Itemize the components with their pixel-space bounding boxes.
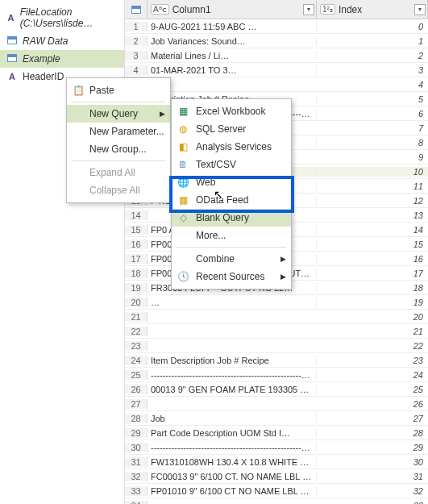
table-row[interactable]: 2322: [125, 339, 428, 353]
context-menu: 📋 Paste New Query ▶ New Parameter... New…: [66, 77, 171, 203]
blank-query-icon: ◇: [177, 212, 189, 223]
menu-label: New Parameter...: [89, 126, 164, 137]
row-number: 1: [125, 22, 148, 31]
row-number: 21: [125, 312, 148, 322]
table-row[interactable]: 2600013 9" GEN FOAM PLATE 193305 000…25: [125, 382, 428, 397]
row-index-header[interactable]: [125, 0, 148, 19]
row-number: 17: [125, 254, 148, 264]
menu-web[interactable]: 🌐 Web: [172, 173, 291, 191]
cell-column1: FW1310108WH 130.4 X 10.8 WHITE KG …: [148, 457, 317, 467]
menu-recent-sources[interactable]: 🕓 Recent Sources ▶: [172, 268, 291, 285]
row-number: 16: [125, 240, 148, 249]
cell-index: 22: [317, 341, 428, 351]
row-number: 2: [125, 36, 148, 46]
menu-excel-workbook[interactable]: ▦ Excel Workbook: [172, 102, 291, 120]
column-name: Column1: [172, 4, 211, 15]
cell-column1: …: [148, 298, 317, 307]
table-row[interactable]: 31FW1310108WH 130.4 X 10.8 WHITE KG …30: [125, 455, 428, 469]
table-row[interactable]: 32FC00013 9" 6/100 CT. NO NAME LBL MTR ……: [125, 469, 428, 484]
table-row[interactable]: 33FP01010 9" 6/100 CT NO NAME LBL EA …32: [125, 484, 428, 498]
table-row[interactable]: 29Part Code Description UOM Std I…28: [125, 426, 428, 440]
row-number: 32: [125, 472, 148, 481]
cell-index: 23: [317, 356, 428, 365]
menu-new-group[interactable]: New Group...: [67, 140, 170, 158]
table-row[interactable]: 28 Job27: [125, 411, 428, 426]
menu-odata[interactable]: ▦ OData Feed: [172, 191, 291, 209]
menu-combine[interactable]: Combine ▶: [172, 250, 291, 268]
sidebar-item-label: FileLocation (C:\Users\lisde…: [20, 6, 118, 29]
sidebar-item-example[interactable]: Example: [0, 50, 124, 68]
table-row[interactable]: 2726: [125, 397, 428, 411]
menu-label: New Group...: [89, 144, 147, 155]
cell-index: 33: [317, 501, 428, 505]
row-number: 15: [125, 225, 148, 235]
table-row[interactable]: 2120: [125, 310, 428, 324]
menu-paste[interactable]: 📋 Paste: [67, 81, 170, 99]
table-row[interactable]: 3433: [125, 498, 428, 504]
globe-icon: 🌐: [177, 177, 189, 188]
cell-index: 7: [317, 123, 428, 133]
menu-more[interactable]: More...: [172, 227, 291, 244]
menu-label: SQL Server: [196, 123, 246, 135]
row-number: 19: [125, 283, 148, 293]
table-row[interactable]: 30--------------------------------------…: [125, 440, 428, 455]
menu-new-query[interactable]: New Query ▶: [67, 105, 170, 123]
menu-new-parameter[interactable]: New Parameter...: [67, 123, 170, 140]
sidebar-item-label: Example: [23, 53, 60, 65]
cell-index: 31: [317, 472, 428, 481]
cell-index: 17: [317, 269, 428, 278]
row-number: 22: [125, 327, 148, 336]
cell-column1: ----------------------------------------…: [148, 370, 317, 380]
cell-index: 13: [317, 210, 428, 220]
table-row[interactable]: 3 Material Lines / Li…2: [125, 48, 428, 63]
column-filter-dropdown[interactable]: ▾: [414, 4, 426, 15]
abc-type-icon: Aᴮᴄ: [151, 4, 169, 15]
menu-label: More...: [196, 230, 226, 241]
cube-icon: ◧: [177, 141, 189, 152]
menu-label: Excel Workbook: [196, 106, 265, 117]
sidebar-item-filelocation[interactable]: A FileLocation (C:\Users\lisde…: [0, 3, 124, 32]
menu-separator: [177, 247, 286, 248]
cell-index: 6: [317, 109, 428, 119]
database-icon: ◍: [177, 123, 189, 135]
menu-label: Web: [196, 177, 215, 188]
cell-column1: Job Variances: Sound…: [148, 36, 317, 46]
sidebar-item-rawdata[interactable]: RAW Data: [0, 32, 124, 50]
row-number: 25: [125, 370, 148, 380]
menu-blank-query[interactable]: ◇ Blank Query: [172, 209, 291, 227]
cell-index: 8: [317, 138, 428, 148]
column-header-column1[interactable]: Aᴮᴄ Column1 ▾: [148, 0, 317, 19]
table-row[interactable]: 19-AUG-2021 11:59 ABC …0: [125, 19, 428, 34]
table-row[interactable]: 25--------------------------------------…: [125, 368, 428, 382]
cell-column1: Item Description Job # Recipe: [148, 356, 317, 365]
table-icon: [6, 35, 18, 47]
table-row[interactable]: 2221: [125, 324, 428, 339]
table-row[interactable]: 20 …19: [125, 295, 428, 310]
column-filter-dropdown[interactable]: ▾: [303, 4, 314, 15]
menu-text-csv[interactable]: 🗎 Text/CSV: [172, 156, 291, 173]
cell-index: 3: [317, 65, 428, 75]
table-row[interactable]: 2 Job Variances: Sound…1: [125, 34, 428, 48]
cell-index: 25: [317, 385, 428, 394]
recent-icon: 🕓: [177, 271, 189, 282]
row-number: 14: [125, 210, 148, 220]
table-row[interactable]: 24Item Description Job # Recipe23: [125, 353, 428, 368]
cell-index: 10: [317, 167, 428, 177]
menu-label: OData Feed: [196, 194, 248, 206]
row-number: 30: [125, 443, 148, 452]
menu-label: New Query: [89, 108, 138, 119]
table-row[interactable]: 4 01-MAR-2021 TO 3…3: [125, 63, 428, 77]
menu-label: Collapse All: [89, 185, 140, 196]
cell-index: 20: [317, 312, 428, 322]
menu-analysis-services[interactable]: ◧ Analysis Services: [172, 138, 291, 156]
cell-index: 26: [317, 399, 428, 409]
sidebar-item-label: HeaderID: [23, 71, 64, 82]
submenu-arrow-icon: ▶: [160, 110, 165, 118]
row-number: 31: [125, 457, 148, 467]
row-number: 33: [125, 486, 148, 496]
menu-sql-server[interactable]: ◍ SQL Server: [172, 120, 291, 138]
column-header-index[interactable]: 1²₃ Index ▾: [317, 0, 428, 19]
cell-index: 4: [317, 80, 428, 90]
row-number: 29: [125, 428, 148, 438]
cell-column1: Material Lines / Li…: [148, 51, 317, 60]
